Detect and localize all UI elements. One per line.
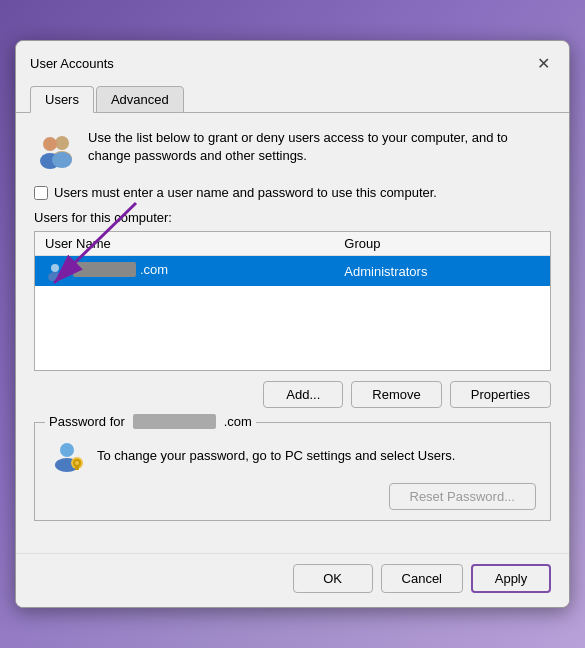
svg-point-7 [51,264,59,272]
dialog-window: User Accounts ✕ Users Advanced [15,40,570,608]
action-buttons: Add... Remove Properties [34,381,551,408]
bottom-bar: OK Cancel Apply [16,553,569,607]
username-cell: .com [35,256,334,287]
tab-content: Use the list below to grant or deny user… [16,113,569,553]
table-row[interactable]: .com Administrators [35,256,550,287]
apply-button[interactable]: Apply [471,564,551,593]
col-group: Group [334,232,550,256]
info-text: Use the list below to grant or deny user… [88,129,551,165]
checkbox-row: Users must enter a user name and passwor… [34,185,551,200]
properties-button[interactable]: Properties [450,381,551,408]
password-btn-row: Reset Password... [49,483,536,510]
password-legend-blurred [133,414,217,429]
dialog-title: User Accounts [30,56,114,71]
title-bar: User Accounts ✕ [16,41,569,75]
password-icon [49,437,85,473]
checkbox-label: Users must enter a user name and passwor… [54,185,437,200]
info-row: Use the list below to grant or deny user… [34,129,551,171]
password-text: To change your password, go to PC settin… [97,448,455,463]
svg-point-4 [43,137,57,151]
user-row-icon [45,261,65,281]
svg-point-9 [60,443,74,457]
must-enter-password-checkbox[interactable] [34,186,48,200]
password-group: Password for .com To change your passwor… [34,422,551,521]
reset-password-button[interactable]: Reset Password... [389,483,537,510]
cancel-button[interactable]: Cancel [381,564,463,593]
users-for-computer-label: Users for this computer: [34,210,551,225]
tabs-bar: Users Advanced [16,79,569,113]
user-table-container: User Name Group .com [34,231,551,371]
password-inner: To change your password, go to PC settin… [49,433,536,473]
password-legend: Password for .com [45,414,256,429]
user-table: User Name Group .com [35,232,550,286]
tab-advanced[interactable]: Advanced [96,86,184,113]
tab-users[interactable]: Users [30,86,94,113]
group-cell: Administrators [334,256,550,287]
close-button[interactable]: ✕ [531,51,555,75]
remove-button[interactable]: Remove [351,381,441,408]
ok-button[interactable]: OK [293,564,373,593]
username-blurred [73,262,137,277]
username-suffix: .com [140,262,168,277]
svg-point-8 [48,272,62,281]
col-username: User Name [35,232,334,256]
users-icon [34,129,76,171]
svg-point-6 [52,152,72,168]
svg-point-2 [55,136,69,150]
add-button[interactable]: Add... [263,381,343,408]
